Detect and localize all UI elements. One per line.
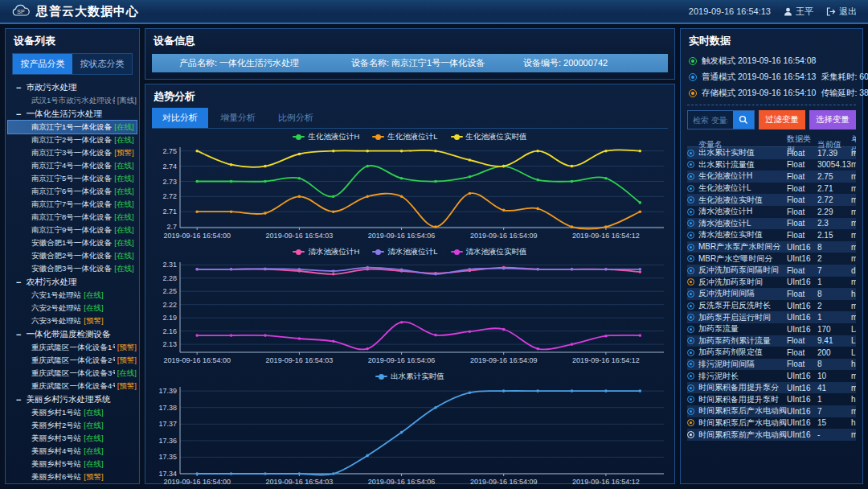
legend-dot-icon xyxy=(379,374,384,380)
sidebar-tab-2[interactable]: 按状态分类 xyxy=(72,54,132,74)
variable-row[interactable]: 排污泥时长UInt1610min xyxy=(687,370,856,382)
logout-button[interactable]: 退出 xyxy=(826,6,857,18)
variable-unit: m xyxy=(851,219,856,228)
variable-table: 变量名数据类型当前值单位 出水累计实时值Float17.39m3/h出水累计流量… xyxy=(687,134,856,483)
logout-label: 退出 xyxy=(839,6,857,18)
device-tree-item[interactable]: 美丽乡村3号站[在线] xyxy=(8,432,137,445)
device-tree-item[interactable]: 南京江宁7号一体化设备[在线] xyxy=(8,198,137,211)
device-tree-item[interactable]: 六安2号处理站[在线] xyxy=(8,302,137,314)
variable-row[interactable]: 时间累积泵后产水电动阀分UInt167min xyxy=(687,405,856,417)
device-group[interactable]: −农村污水处理 xyxy=(8,275,137,289)
device-name: 南京江宁5号一体化设备 xyxy=(31,174,112,184)
legend-label: 清水池液位计L xyxy=(387,247,437,257)
variable-name: 生化池液位计H xyxy=(698,171,787,182)
device-tree-item[interactable]: 六安1号处理站[在线] xyxy=(8,289,137,302)
device-tree-item[interactable]: 美丽乡村5号站[在线] xyxy=(8,458,137,471)
device-tree-item[interactable]: 南京江宁3号一体化设备[预警] xyxy=(8,146,137,159)
legend-item[interactable]: 清水池液位计L xyxy=(372,247,437,257)
trend-tab-1[interactable]: 对比分析 xyxy=(152,108,208,128)
variable-row[interactable]: 清水池液位计HFloat2.29m xyxy=(687,206,856,218)
variable-type: UInt16 xyxy=(787,430,817,439)
device-tree-item[interactable]: 南京江宁9号一体化设备[在线] xyxy=(8,224,137,236)
variable-status-icon xyxy=(687,220,694,227)
device-tree-item[interactable]: 南京江宁8号一体化设备[在线] xyxy=(8,211,137,224)
variable-value: 2.3 xyxy=(817,219,851,228)
user-menu[interactable]: 王平 xyxy=(784,6,813,18)
variable-unit: m3/h xyxy=(851,149,856,158)
device-tree-item[interactable]: 重庆武隆区一体化设备4号站[预警] xyxy=(8,380,137,392)
device-tree-item[interactable]: 南京江宁6号一体化设备[在线] xyxy=(8,185,137,198)
filter-variables-button[interactable]: 过滤变量 xyxy=(759,110,805,129)
variable-row[interactable]: MBR产水泵产水时间分UInt168min xyxy=(687,241,856,253)
variable-row[interactable]: 出水累计实时值Float17.39m3/h xyxy=(687,147,856,159)
trend-tab-3[interactable]: 比例分析 xyxy=(268,108,324,128)
svg-text:2019-09-16 16:54:12: 2019-09-16 16:54:12 xyxy=(572,356,640,364)
legend-item[interactable]: 生化池液位实时值 xyxy=(451,132,527,142)
legend-item[interactable]: 生化池液位计L xyxy=(372,132,437,142)
variable-row[interactable]: 加药泵药剂限定值Float200L xyxy=(687,347,856,359)
variable-value: 8 xyxy=(817,360,851,368)
variable-unit: min xyxy=(851,302,856,310)
device-tree-item[interactable]: 重庆武隆区一体化设备3号站[在线] xyxy=(8,367,137,380)
search-button[interactable] xyxy=(733,111,754,129)
variable-status-icon xyxy=(687,244,694,251)
legend-item[interactable]: 清水池液位实时值 xyxy=(451,247,527,257)
variable-row[interactable]: 排污泥时间间隔Float8h xyxy=(687,359,856,371)
device-tree-item[interactable]: 安徽合肥3号一体化设备[在线] xyxy=(8,262,137,275)
device-group[interactable]: −一体化生活污水处理 xyxy=(8,107,137,121)
select-variables-button[interactable]: 选择变量 xyxy=(809,110,856,129)
device-tree-item[interactable]: 南京江宁5号一体化设备[在线] xyxy=(8,172,137,185)
device-tree-item[interactable]: 六安3号处理站[预警] xyxy=(8,314,137,327)
device-tree-item[interactable]: 重庆武隆区一体化设备2号站[预警] xyxy=(8,354,137,367)
device-group[interactable]: −美丽乡村污水处理系统 xyxy=(8,392,137,406)
variable-status-icon xyxy=(687,161,694,168)
variable-row[interactable]: 加药泵开启运行时间UInt161min xyxy=(687,311,856,323)
device-group[interactable]: −一体化带温度检测设备 xyxy=(8,327,137,341)
variable-type: Float xyxy=(787,360,817,368)
device-tree-item[interactable]: 南京江宁2号一体化设备[在线] xyxy=(8,134,137,146)
device-tree-item[interactable]: 武汉1号市政污水处理设备[离线] xyxy=(8,94,137,107)
device-name: 南京江宁9号一体化设备 xyxy=(31,225,112,236)
device-status-badge: [预警] xyxy=(117,381,137,392)
device-tree-item[interactable]: 美丽乡村4号站[在线] xyxy=(8,445,137,458)
variable-row[interactable]: 加药泵流量UInt16170L/H xyxy=(687,323,856,335)
device-tree-item[interactable]: 安徽合肥1号一体化设备[在线] xyxy=(8,236,137,249)
variable-value: 1 xyxy=(817,313,851,322)
variable-unit: L xyxy=(851,348,856,357)
variable-row[interactable]: 生化池液位实时值Float2.72m xyxy=(687,194,856,206)
device-tree-item[interactable]: 南京江宁1号一体化设备[在线] xyxy=(8,121,137,134)
variable-search-input[interactable] xyxy=(688,111,733,129)
variable-row[interactable]: 时间累积备用提升泵分UInt1641min xyxy=(687,382,856,394)
device-tree-item[interactable]: 美丽乡村6号站[预警] xyxy=(8,471,137,483)
device-tree-item[interactable]: 安徽合肥2号一体化设备[在线] xyxy=(8,249,137,262)
variable-row[interactable]: 清水池液位计LFloat2.3m xyxy=(687,218,856,230)
device-tree-item[interactable]: 重庆武隆区一体化设备1号站[预警] xyxy=(8,341,137,354)
variable-row[interactable]: 清水池液位实时值Float2.15m xyxy=(687,229,856,241)
variable-row[interactable]: 反冲洗加药泵时间UInt161min xyxy=(687,277,856,289)
svg-text:2.28: 2.28 xyxy=(162,274,177,282)
trend-tab-2[interactable]: 增量分析 xyxy=(210,108,266,128)
variable-row[interactable]: 时间累积泵后产水电动阀时UInt1615h xyxy=(687,417,856,429)
variable-type: UInt16 xyxy=(787,302,817,310)
legend-item[interactable]: 出水累计实时值 xyxy=(375,372,444,382)
device-tree-item[interactable]: 美丽乡村1号站[在线] xyxy=(8,406,137,419)
variable-row[interactable]: 加药泵药剂累计流量Float9.41L xyxy=(687,335,856,347)
variable-row[interactable]: 生化池液位计LFloat2.71m xyxy=(687,183,856,195)
device-tree-item[interactable]: 美丽乡村2号站[在线] xyxy=(8,419,137,432)
variable-name: 出水累计实时值 xyxy=(698,147,787,158)
variable-row[interactable]: 反冲洗加药泵间隔时间Float7d xyxy=(687,265,856,277)
device-group[interactable]: −市政污水处理 xyxy=(8,80,137,94)
legend-item[interactable]: 生化池液位计H xyxy=(293,132,359,142)
variable-name: 反冲洗加药泵时间 xyxy=(698,277,787,288)
device-info-field: 产品名称: 一体化生活污水处理 xyxy=(152,57,324,69)
device-tree-item[interactable]: 南京江宁4号一体化设备[在线] xyxy=(8,159,137,172)
variable-row[interactable]: 反冲洗时间间隔Float8h xyxy=(687,288,856,300)
variable-row[interactable]: 反洗泵开启反洗时长UInt162min xyxy=(687,300,856,312)
variable-row[interactable]: 出水累计流量值Float30054.13m3 xyxy=(687,159,856,171)
variable-row[interactable]: 时间累积备用提升泵时UInt161h xyxy=(687,393,856,405)
variable-row[interactable]: 时间累积泵前产水电动阀分UInt16-min xyxy=(687,429,856,441)
variable-row[interactable]: MBR产水空曝时间分UInt162min xyxy=(687,253,856,265)
sidebar-tab-1[interactable]: 按产品分类 xyxy=(13,54,72,74)
legend-item[interactable]: 清水池液位计H xyxy=(293,247,359,257)
variable-row[interactable]: 生化池液位计HFloat2.75m xyxy=(687,171,856,183)
